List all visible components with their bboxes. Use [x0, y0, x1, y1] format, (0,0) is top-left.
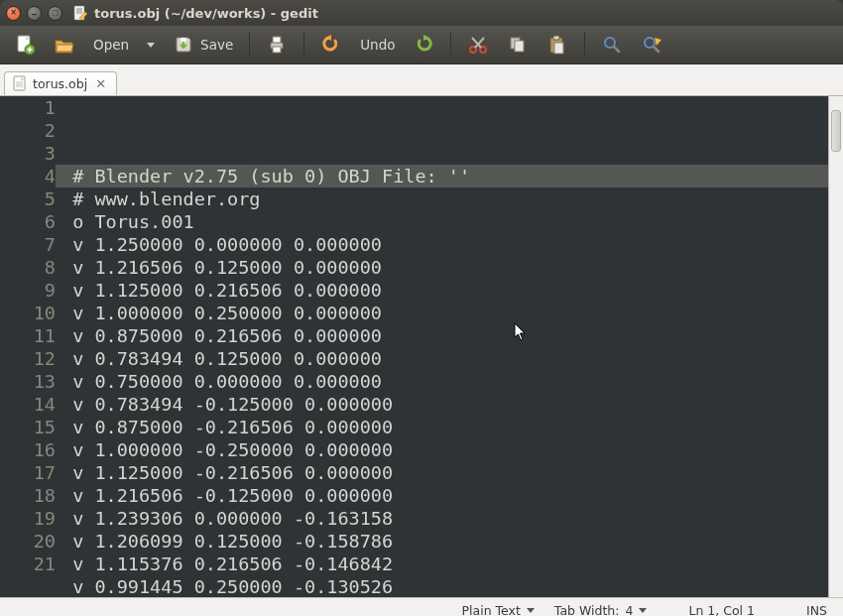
caret-down-icon: [639, 608, 647, 613]
cut-button[interactable]: [461, 32, 495, 58]
redo-icon: [413, 34, 434, 56]
vertical-scrollbar[interactable]: [828, 96, 843, 597]
tab-bar: torus.obj ✕: [0, 64, 843, 96]
gedit-app-icon: [72, 5, 88, 21]
line-number: 12: [0, 347, 56, 370]
search-button[interactable]: [595, 32, 629, 58]
editor-area[interactable]: 123456789101112131415161718192021 # Blen…: [0, 96, 843, 597]
code-line[interactable]: v 1.000000 -0.250000 0.000000: [61, 438, 828, 461]
code-line[interactable]: v 1.206099 0.125000 -0.158786: [61, 530, 828, 553]
cursor-position: Ln 1, Col 1: [682, 601, 761, 617]
paste-button[interactable]: [541, 32, 574, 58]
line-number: 1: [0, 96, 56, 119]
open-button[interactable]: Open: [87, 35, 135, 55]
svg-rect-10: [181, 38, 186, 42]
tab-torus-obj[interactable]: torus.obj ✕: [4, 71, 117, 95]
svg-line-28: [654, 47, 659, 52]
tab-width-selector[interactable]: Tab Width: 4: [548, 601, 654, 617]
insert-mode-indicator: INS: [800, 601, 833, 617]
line-number: 14: [0, 393, 56, 416]
line-number: 15: [0, 416, 56, 438]
window-close-button[interactable]: ×: [6, 6, 21, 21]
code-line[interactable]: v 0.783494 -0.125000 0.000000: [61, 393, 828, 416]
caret-down-icon: [527, 608, 535, 613]
copy-icon: [507, 34, 529, 56]
open-dropdown-caret[interactable]: [141, 41, 161, 50]
line-number: 5: [0, 187, 56, 210]
tab-file-icon: [13, 75, 27, 91]
line-number: 21: [0, 553, 56, 575]
line-number: 19: [0, 507, 56, 530]
line-number: 7: [0, 233, 56, 256]
print-icon: [266, 34, 288, 56]
search-replace-button[interactable]: [635, 32, 668, 58]
window-title-text: torus.obj (~/dev/works) - gedit: [94, 6, 318, 21]
tab-close-button[interactable]: ✕: [93, 76, 108, 91]
line-number-gutter: 123456789101112131415161718192021: [0, 96, 56, 597]
line-number: 6: [0, 210, 56, 233]
code-line[interactable]: v 1.115376 0.216506 -0.146842: [61, 553, 828, 575]
undo-button[interactable]: Undo: [354, 35, 401, 55]
window-controls: × ‒ □: [0, 6, 62, 21]
save-button[interactable]: Save: [167, 32, 239, 58]
code-line[interactable]: v 0.783494 0.125000 0.000000: [61, 347, 828, 370]
code-line[interactable]: v 1.000000 0.250000 0.000000: [61, 302, 828, 324]
line-number: 3: [0, 142, 56, 165]
code-line[interactable]: v 0.875000 -0.216506 0.000000: [61, 416, 828, 438]
window-minimize-button[interactable]: ‒: [27, 6, 42, 21]
search-icon: [601, 34, 623, 56]
code-line[interactable]: v 1.216506 -0.125000 0.000000: [61, 484, 828, 507]
line-number: 8: [0, 256, 56, 279]
svg-rect-24: [554, 43, 563, 54]
line-number: 4: [0, 165, 56, 187]
line-number: 10: [0, 302, 56, 324]
code-line[interactable]: v 1.216506 0.125000 0.000000: [61, 256, 828, 279]
status-bar: Plain Text Tab Width: 4 Ln 1, Col 1 INS: [0, 597, 843, 616]
line-number: 17: [0, 461, 56, 484]
undo-arrow-button[interactable]: [314, 32, 348, 58]
line-number: 18: [0, 484, 56, 507]
syntax-mode-selector[interactable]: Plain Text: [456, 601, 541, 617]
syntax-mode-label: Plain Text: [462, 603, 521, 617]
code-line[interactable]: v 0.750000 0.000000 0.000000: [61, 370, 828, 393]
save-icon: [173, 34, 194, 56]
svg-rect-30: [14, 76, 25, 90]
copy-button[interactable]: [501, 32, 535, 58]
scrollbar-thumb[interactable]: [831, 110, 841, 152]
main-toolbar: Open Save: [0, 26, 843, 64]
svg-rect-12: [273, 37, 281, 43]
line-number: 9: [0, 279, 56, 302]
code-line[interactable]: v 1.239306 0.000000 -0.163158: [61, 507, 828, 530]
svg-marker-29: [655, 38, 662, 46]
code-content[interactable]: # Blender v2.75 (sub 0) OBJ File: '' # w…: [56, 96, 828, 597]
window-titlebar: × ‒ □ torus.obj (~/dev/works) - gedit: [0, 0, 843, 26]
code-line[interactable]: v 0.991445 0.250000 -0.130526: [61, 575, 828, 597]
line-number: 16: [0, 438, 56, 461]
toolbar-separator: [303, 32, 304, 58]
code-line[interactable]: # Blender v2.75 (sub 0) OBJ File: '': [56, 165, 828, 187]
toolbar-separator: [249, 32, 250, 58]
line-number: 11: [0, 324, 56, 347]
code-line[interactable]: v 1.250000 0.000000 0.000000: [61, 233, 828, 256]
line-number: 2: [0, 119, 56, 142]
code-line[interactable]: # www.blender.org: [61, 187, 828, 210]
new-file-icon: [14, 34, 36, 56]
line-number: 20: [0, 530, 56, 553]
new-file-button[interactable]: [8, 32, 42, 58]
line-number: 13: [0, 370, 56, 393]
cut-icon: [467, 34, 489, 56]
window-maximize-button[interactable]: □: [48, 6, 62, 21]
code-line[interactable]: v 0.875000 0.216506 0.000000: [61, 324, 828, 347]
code-line[interactable]: o Torus.001: [61, 210, 828, 233]
undo-icon: [320, 34, 342, 56]
window-title: torus.obj (~/dev/works) - gedit: [72, 5, 318, 21]
redo-button[interactable]: [407, 32, 440, 58]
code-line[interactable]: v 1.125000 0.216506 0.000000: [61, 279, 828, 302]
open-button-label: Open: [93, 37, 129, 53]
code-line[interactable]: v 1.125000 -0.216506 0.000000: [61, 461, 828, 484]
paste-icon: [546, 34, 568, 56]
print-button[interactable]: [260, 32, 294, 58]
open-folder-button[interactable]: [48, 32, 81, 58]
folder-open-icon: [54, 34, 75, 56]
tab-width-value: 4: [626, 603, 634, 617]
